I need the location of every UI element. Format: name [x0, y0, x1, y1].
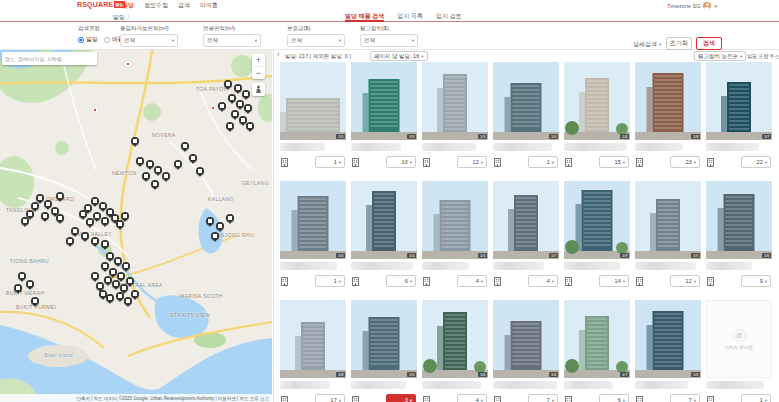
map-building-pin[interactable]	[189, 154, 197, 162]
pegman-control[interactable]	[252, 83, 265, 96]
map-building-pin[interactable]	[71, 227, 79, 235]
building-photo[interactable]: 1/6	[422, 300, 488, 378]
nav-item-link[interactable]: 마이홈	[200, 1, 218, 10]
building-photo[interactable]: 1/5	[422, 181, 488, 259]
map-building-pin[interactable]	[242, 90, 250, 98]
listing-count-dropdown[interactable]: 6▾	[386, 275, 416, 287]
map-building-pin[interactable]	[21, 217, 29, 225]
map-building-pin[interactable]	[18, 272, 26, 280]
user-avatar[interactable]	[703, 2, 711, 10]
map-building-pin[interactable]	[86, 218, 94, 226]
building-card[interactable]: 1/64▾	[422, 300, 488, 402]
user-menu-caret-icon[interactable]: ▾	[714, 3, 717, 9]
building-card[interactable]: 1/823▾	[635, 62, 701, 170]
building-photo[interactable]: 1/4	[493, 62, 559, 140]
map-building-pin[interactable]	[106, 252, 114, 260]
building-card[interactable]: 1/76▾	[564, 300, 630, 402]
building-card[interactable]: 1/57▾	[635, 300, 701, 402]
listing-count-dropdown[interactable]: 7▾	[670, 394, 700, 402]
building-photo[interactable]: 1/7	[493, 181, 559, 259]
listing-count-dropdown[interactable]: 9▾	[741, 275, 771, 287]
map-building-pin[interactable]	[224, 80, 232, 88]
map-building-pin[interactable]	[216, 222, 224, 230]
listing-count-dropdown[interactable]: 1▾	[528, 156, 558, 168]
map-building-pin[interactable]	[79, 210, 87, 218]
map-building-pin[interactable]	[101, 262, 109, 270]
map-building-pin[interactable]	[154, 166, 162, 174]
map-building-pin[interactable]	[151, 180, 159, 188]
building-card[interactable]: 이미지 준비중1▾	[706, 300, 772, 402]
map-building-pin[interactable]	[96, 282, 104, 290]
building-photo[interactable]: 1/5	[635, 181, 701, 259]
listing-count-dropdown[interactable]: 4▾	[457, 275, 487, 287]
listing-count-dropdown[interactable]: 14▾	[599, 275, 629, 287]
sort-dropdown[interactable]: 월고정비 높은순▾	[694, 51, 746, 61]
map-building-pin[interactable]	[122, 262, 130, 270]
map-building-pin[interactable]	[106, 294, 114, 302]
per-page-dropdown[interactable]: 페이지 당 빌딩: 16▾	[370, 51, 428, 61]
map-canvas[interactable]: TOA PAYOHNOVENANEWTONORCHARDTANGLINRIVER…	[0, 50, 272, 402]
building-photo[interactable]: 1/4	[351, 181, 417, 259]
map-building-pin[interactable]	[206, 217, 214, 225]
filter-field-dropdown[interactable]: 전체▾	[120, 34, 178, 47]
map-building-pin[interactable]	[36, 194, 44, 202]
building-photo[interactable]: 1/5	[635, 300, 701, 378]
map-building-pin[interactable]	[91, 197, 99, 205]
collapse-panel-arrow[interactable]: ‹	[277, 51, 279, 58]
map-building-pin[interactable]	[246, 122, 254, 130]
map-building-pin[interactable]	[114, 257, 122, 265]
listing-count-dropdown[interactable]: 1▾	[315, 156, 345, 168]
building-photo[interactable]: 1/8	[280, 300, 346, 378]
map-building-pin[interactable]	[112, 280, 120, 288]
map-building-pin[interactable]	[104, 276, 112, 284]
map-building-pin[interactable]	[41, 212, 49, 220]
building-card[interactable]: 1/615▾	[564, 62, 630, 170]
rsquare-logo[interactable]: RSQUARE빌딩	[77, 1, 125, 8]
map-building-pin[interactable]	[56, 214, 64, 222]
listing-count-dropdown[interactable]: 4▾	[528, 275, 558, 287]
building-photo[interactable]: 1/3	[422, 62, 488, 140]
building-card[interactable]: 1/817▾	[280, 300, 346, 402]
nav-item-active[interactable]: 빌딩	[122, 1, 134, 10]
map-building-pin[interactable]	[101, 240, 109, 248]
listing-count-dropdown[interactable]: 1▾	[741, 394, 771, 402]
map-building-pin[interactable]	[228, 94, 236, 102]
building-photo[interactable]: 1/7	[564, 300, 630, 378]
map-building-pin[interactable]	[131, 137, 139, 145]
building-card[interactable]: 1/722▾	[706, 62, 772, 170]
map-building-pin[interactable]	[81, 232, 89, 240]
map-building-pin[interactable]	[26, 280, 34, 288]
listing-count-dropdown[interactable]: 7▾	[528, 394, 558, 402]
building-photo[interactable]: 1/7	[706, 62, 772, 140]
listing-count-dropdown[interactable]: 12▾	[670, 275, 700, 287]
map-building-pin[interactable]	[181, 142, 189, 150]
listing-count-dropdown[interactable]: 3▾	[386, 394, 416, 402]
building-address-button[interactable]: 빌딩 포함 주소	[747, 53, 779, 59]
building-card[interactable]: 1/41▾	[493, 62, 559, 170]
building-photo[interactable]: 1/6	[280, 181, 346, 259]
map-building-pin[interactable]	[142, 172, 150, 180]
building-photo[interactable]: 1/8	[635, 62, 701, 140]
building-photo[interactable]: 1/5	[351, 300, 417, 378]
map-building-pin[interactable]	[14, 284, 22, 292]
listing-count-dropdown[interactable]: 23▾	[670, 156, 700, 168]
map-building-pin[interactable]	[174, 160, 182, 168]
map-building-pin[interactable]	[236, 100, 244, 108]
building-card[interactable]: 1/61▾	[280, 181, 346, 289]
map-building-pin[interactable]	[146, 160, 154, 168]
map-building-pin[interactable]	[56, 192, 64, 200]
map-building-pin[interactable]	[116, 292, 124, 300]
building-photo[interactable]: 1/9	[564, 181, 630, 259]
zoom-out-button[interactable]: −	[252, 67, 265, 79]
map-building-pin[interactable]	[124, 297, 132, 305]
building-card[interactable]: 1/46▾	[351, 181, 417, 289]
nav-item-link[interactable]: 정보수집	[144, 1, 168, 10]
map-building-pin[interactable]	[162, 172, 170, 180]
building-photo[interactable]: 1/9	[351, 62, 417, 140]
map-building-pin[interactable]	[66, 237, 74, 245]
map-building-pin[interactable]	[109, 268, 117, 276]
map-building-pin[interactable]	[234, 84, 242, 92]
filter-field-dropdown[interactable]: 전체▾	[203, 34, 261, 47]
building-card[interactable]: 1/312▾	[422, 62, 488, 170]
listing-count-dropdown[interactable]: 6▾	[599, 394, 629, 402]
